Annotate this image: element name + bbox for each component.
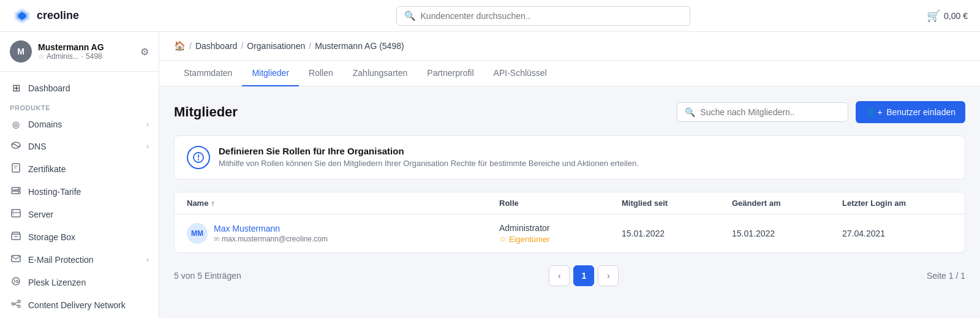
svg-point-8	[18, 192, 19, 193]
hosting-icon	[10, 186, 22, 197]
storage-box-icon	[10, 231, 22, 243]
breadcrumb-sep: /	[189, 41, 192, 51]
search-input[interactable]	[421, 11, 682, 21]
member-name-wrap: Max Mustermann ✉ max.mustermann@creoline…	[214, 224, 328, 243]
cart-area[interactable]: 🛒 0,00 €	[927, 9, 968, 23]
page-header-right: 🔍 👤+ Benutzer einladen	[677, 101, 965, 123]
member-info: MM Max Mustermann ✉ max.mustermann@creol…	[187, 223, 499, 244]
col-mitglied-seit: Mitglied seit	[622, 199, 732, 208]
cart-icon: 🛒	[927, 9, 940, 23]
member-avatar: MM	[187, 223, 208, 244]
info-banner-text: Definieren Sie Rollen für Ihre Organisat…	[219, 146, 639, 168]
info-banner-icon	[187, 146, 210, 169]
table-row: MM Max Mustermann ✉ max.mustermann@creol…	[175, 214, 965, 252]
tab-partnerprofil[interactable]: Partnerprofil	[417, 61, 483, 86]
dns-icon	[10, 140, 22, 152]
sidebar-item-dashboard[interactable]: ⊞ Dashboard	[0, 77, 159, 99]
sidebar-item-server[interactable]: Server	[0, 203, 159, 225]
table-header: Name ↑ Rolle Mitglied seit Geändert am L…	[175, 192, 965, 214]
sidebar: M Mustermann AG ☆ Adminis... · 5498 ⚙ ⊞ …	[0, 32, 159, 318]
pagination-right: Seite 1 / 1	[927, 271, 965, 281]
svg-point-11	[13, 211, 14, 212]
tab-zahlungsarten[interactable]: Zahlungsarten	[343, 61, 418, 86]
sidebar-item-hosting-tarife[interactable]: Hosting-Tarife	[0, 180, 159, 203]
owner-badge: ☆ Eigentümer	[499, 235, 622, 244]
svg-point-17	[12, 303, 14, 305]
breadcrumb-sep: /	[241, 41, 243, 51]
sidebar-item-domains[interactable]: ◎ Domains ›	[0, 114, 159, 135]
member-search-input[interactable]	[700, 107, 840, 117]
svg-line-21	[14, 304, 18, 306]
email-icon	[10, 254, 22, 265]
cart-amount: 0,00 €	[944, 11, 968, 21]
col-name: Name ↑	[187, 199, 499, 208]
user-id-sep: ·	[81, 52, 83, 61]
invite-button-label: Benutzer einladen	[886, 107, 956, 117]
member-email: ✉ max.mustermann@creoline.com	[214, 235, 328, 243]
logo-area: creoline	[12, 6, 172, 26]
info-banner-title: Definieren Sie Rollen für Ihre Organisat…	[219, 146, 639, 156]
sidebar-item-label: Content Delivery Network	[28, 300, 149, 310]
settings-button[interactable]: ⚙	[140, 46, 149, 58]
main-layout: M Mustermann AG ☆ Adminis... · 5498 ⚙ ⊞ …	[0, 32, 980, 318]
member-search-wrap[interactable]: 🔍	[677, 102, 848, 122]
zertifikate-icon	[10, 163, 22, 175]
sidebar-item-label: DNS	[28, 142, 140, 151]
changed-at: 15.01.2022	[732, 229, 842, 238]
next-page-button[interactable]: ›	[598, 265, 619, 286]
star-icon: ☆	[499, 235, 507, 244]
logo-text: creoline	[37, 9, 79, 22]
sort-icon[interactable]: ↑	[211, 199, 215, 208]
col-rolle: Rolle	[499, 199, 622, 208]
sidebar-item-label: Server	[28, 210, 149, 219]
breadcrumb: 🏠 / Dashboard / Organisationen / Musterm…	[159, 32, 980, 61]
search-input-wrap[interactable]: 🔍	[396, 6, 690, 26]
role-name: Administrator	[499, 223, 622, 233]
user-meta: ☆ Adminis... · 5498	[38, 52, 134, 61]
sidebar-item-cdn[interactable]: Content Delivery Network	[0, 293, 159, 316]
breadcrumb-sep: /	[309, 41, 311, 51]
members-table: Name ↑ Rolle Mitglied seit Geändert am L…	[174, 192, 965, 253]
server-icon	[10, 208, 22, 220]
domains-icon: ◎	[10, 119, 22, 129]
products-section-label: PRODUKTE	[0, 99, 159, 114]
user-info: Mustermann AG ☆ Adminis... · 5498	[38, 42, 134, 61]
member-name[interactable]: Max Mustermann	[214, 224, 328, 233]
pagination-info: 5 von 5 Einträgen	[174, 271, 241, 281]
tab-api-schluessel[interactable]: API-Schlüssel	[484, 61, 557, 86]
sidebar-item-storage-box[interactable]: Storage Box	[0, 225, 159, 248]
sidebar-item-label: Storage Box	[28, 232, 149, 242]
sidebar-item-dns[interactable]: DNS ›	[0, 135, 159, 157]
tabs-bar: Stammdaten Mitglieder Rollen Zahlungsart…	[159, 61, 980, 86]
svg-point-19	[18, 305, 20, 308]
user-section: M Mustermann AG ☆ Adminis... · 5498 ⚙	[0, 32, 159, 72]
tab-mitglieder[interactable]: Mitglieder	[242, 61, 299, 86]
sidebar-item-zertifikate[interactable]: Zertifikate	[0, 157, 159, 180]
svg-point-18	[18, 300, 20, 303]
breadcrumb-organisationen[interactable]: Organisationen	[247, 41, 305, 51]
sidebar-item-label: Domains	[28, 119, 140, 129]
plesk-icon	[10, 276, 22, 288]
page-1-button[interactable]: 1	[573, 265, 594, 286]
avatar: M	[10, 40, 32, 62]
sidebar-item-label: Dashboard	[28, 83, 149, 93]
chevron-right-icon: ›	[146, 142, 149, 151]
tab-stammdaten[interactable]: Stammdaten	[174, 61, 242, 86]
info-banner: Definieren Sie Rollen für Ihre Organisat…	[174, 135, 965, 180]
star-icon: ☆	[38, 53, 44, 61]
page-title: Mitglieder	[174, 104, 238, 120]
chevron-right-icon: ›	[146, 120, 149, 129]
user-name: Mustermann AG	[38, 42, 134, 52]
page-header-row: Mitglieder 🔍 👤+ Benutzer einladen	[174, 101, 965, 123]
sidebar-item-email-protection[interactable]: E-Mail Protection ›	[0, 248, 159, 271]
prev-page-button[interactable]: ‹	[549, 265, 570, 286]
invite-icon: 👤+	[865, 107, 883, 118]
invite-user-button[interactable]: 👤+ Benutzer einladen	[856, 101, 965, 123]
svg-point-12	[13, 214, 14, 215]
svg-point-7	[18, 188, 19, 189]
search-bar: 🔍	[172, 6, 914, 26]
sidebar-item-plesk-lizenzen[interactable]: Plesk Lizenzen	[0, 271, 159, 293]
tab-rollen[interactable]: Rollen	[299, 61, 343, 86]
sidebar-item-label: Plesk Lizenzen	[28, 278, 149, 287]
breadcrumb-dashboard[interactable]: Dashboard	[195, 41, 238, 51]
